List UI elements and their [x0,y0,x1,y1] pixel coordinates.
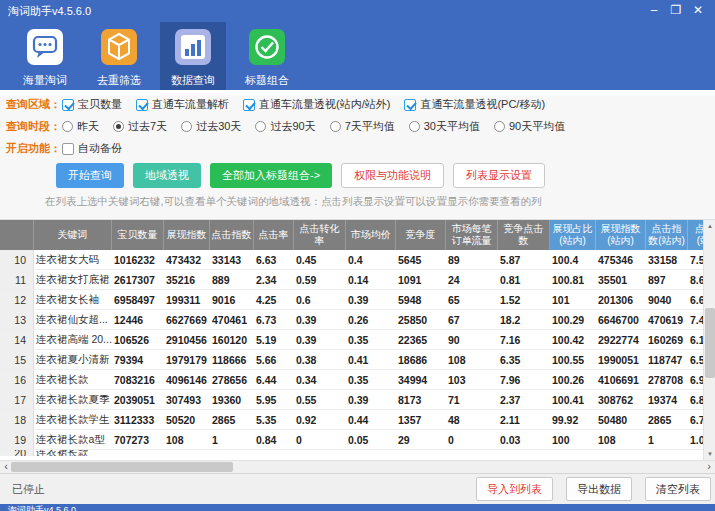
cell-value: 897 [646,270,688,289]
table-row[interactable]: 17 连衣裙长款夏季 2039051 307493 19360 5.95 0.5… [0,390,703,410]
checkbox-ztc-site[interactable]: 直通车流量透视(站内/站外) [243,97,390,112]
help-button[interactable]: 权限与功能说明 [341,163,444,188]
cell-value: 0.92 [294,410,346,429]
geo-view-button[interactable]: 地域透视 [133,163,201,188]
start-query-button[interactable]: 开始查询 [56,163,124,188]
horizontal-scroll-thumb[interactable] [11,462,233,472]
tool-data-query[interactable]: 数据查询 [160,22,226,90]
cell-value: 475346 [596,250,646,269]
checkbox-auto-backup[interactable]: 自动备份 [62,141,122,156]
column-header[interactable]: 点击率 [254,220,294,250]
scroll-up-icon[interactable]: ▲ [704,220,715,232]
table-row[interactable]: 13 连衣裙仙女超... 12446 6627669 470461 6.73 0… [0,310,703,330]
export-data-button[interactable]: 导出数据 [566,477,632,501]
cell-keyword: 连衣裙女打底裙 [34,270,112,289]
checkbox-ztc-pc-mobile[interactable]: 直通车流量透视(PC/移动) [404,97,545,112]
cell-value: 67 [446,310,498,329]
radio-icon [409,121,420,132]
column-header[interactable]: 市场均价 [346,220,396,250]
cell-value: 108 [596,430,646,449]
column-header[interactable]: 点击指数(站内) [646,220,688,250]
cell-keyword: 连衣裙夏小清新 [34,350,112,369]
cell-value: 0.39 [294,310,346,329]
cell-value: 0.38 [294,350,346,369]
checkbox-icon [404,99,416,111]
table-row[interactable]: 14 连衣裙高端 20... 106526 2910456 160120 5.1… [0,330,703,350]
cube-icon [100,28,138,70]
table-row[interactable]: 11 连衣裙女打底裙 2617307 35216 889 2.34 0.59 0… [0,270,703,290]
table-row[interactable]: 12 连衣裙女长袖 6958497 199311 9016 4.25 0.6 0… [0,290,703,310]
list-display-settings-button[interactable]: 列表显示设置 [453,163,545,188]
radio-yesterday[interactable]: 昨天 [62,119,99,134]
radio-past-90-days[interactable]: 过去90天 [255,119,315,134]
cell-value: 0.4 [346,250,396,269]
close-button[interactable]: ✕ [689,3,707,19]
column-header[interactable] [0,220,34,250]
cell-value: 1016232 [112,250,164,269]
cell-value: 22365 [396,330,446,349]
maximize-button[interactable]: ❐ [667,3,685,19]
table-vertical-scrollbar[interactable]: ▲ ▼ [703,220,715,460]
table-row-partial[interactable]: 20 连衣裙长款 [0,450,703,456]
cell-value: 0.81 [498,270,550,289]
cell-value: 71 [446,390,498,409]
vertical-scroll-thumb[interactable] [705,308,715,378]
radio-30-day-average[interactable]: 30天平均值 [409,119,480,134]
cell-value: 1 [210,430,254,449]
tool-mass-taoci[interactable]: 海量淘词 [12,22,78,90]
column-header[interactable]: 关键词 [34,220,112,250]
column-header[interactable]: 展现指数(站内) [596,220,646,250]
scroll-down-icon[interactable]: ▼ [704,448,715,460]
cell-value: 0 [446,430,498,449]
checkbox-icon [243,99,255,111]
column-header[interactable]: 市场每笔订单流量 [446,220,498,250]
add-all-to-title-button[interactable]: 全部加入标题组合-> [210,163,332,188]
table-row[interactable]: 10 连衣裙女大码 1016232 473432 33143 6.63 0.45… [0,250,703,270]
radio-past-30-days[interactable]: 过去30天 [181,119,241,134]
cell-value: 6.89 [688,390,703,409]
cell-value: 0.05 [346,430,396,449]
cell-value: 1357 [396,410,446,429]
import-to-list-button[interactable]: 导入到列表 [476,477,553,501]
cell-value: 9016 [210,290,254,309]
checkbox-ztc-analysis[interactable]: 直通车流量解析 [136,97,229,112]
checkbox-icon [62,99,74,111]
checkbox-item-count[interactable]: 宝贝数量 [62,97,122,112]
table-row[interactable]: 18 连衣裙长款学生 3112333 50520 2865 5.35 0.92 … [0,410,703,430]
table-row[interactable]: 15 连衣裙夏小清新 79394 1979179 118666 5.66 0.3… [0,350,703,370]
chat-bubble-icon [26,28,64,70]
table-horizontal-scrollbar[interactable]: ‹ › [0,460,715,473]
column-header[interactable]: 宝贝数量 [112,220,164,250]
table-row[interactable]: 16 连衣裙长款 7083216 4096146 278656 6.44 0.3… [0,370,703,390]
radio-past-7-days[interactable]: 过去7天 [113,119,167,134]
column-header[interactable]: 展现占比(站内) [550,220,596,250]
cell-value: 19360 [210,390,254,409]
minimize-button[interactable]: – [645,3,663,19]
radio-7-day-average[interactable]: 7天平均值 [330,119,395,134]
column-header[interactable]: 点击转化率 [294,220,346,250]
cell-value: 100 [550,430,596,449]
column-header[interactable]: 竞争度 [396,220,446,250]
column-header[interactable]: 点击率(站内) [688,220,703,250]
column-header[interactable]: 点击指数 [210,220,254,250]
cell-value: 6.63 [254,250,294,269]
cell-value: 6.73 [254,310,294,329]
cell-value: 4.25 [254,290,294,309]
radio-icon [113,121,124,132]
cell-value: 6.44 [254,370,294,389]
cell-value: 6.98 [688,370,703,389]
cell-keyword: 连衣裙长款a型 [34,430,112,449]
radio-90-day-average[interactable]: 90天平均值 [494,119,565,134]
cell-keyword: 连衣裙女长袖 [34,290,112,309]
cell-value: 101 [550,290,596,309]
column-header[interactable]: 展现指数 [164,220,210,250]
scroll-right-icon[interactable]: › [703,461,715,473]
column-header[interactable]: 竞争点击数 [498,220,550,250]
cell-row-number: 12 [0,290,34,309]
clear-list-button[interactable]: 清空列表 [645,477,711,501]
tool-dedupe-filter[interactable]: 去重筛选 [86,22,152,90]
cell-value: 100.4 [550,250,596,269]
tool-title-combine[interactable]: 标题组合 [234,22,300,90]
table-row[interactable]: 19 连衣裙长款a型 707273 108 1 0.84 0 0.05 29 0… [0,430,703,450]
cell-value: 4096146 [164,370,210,389]
